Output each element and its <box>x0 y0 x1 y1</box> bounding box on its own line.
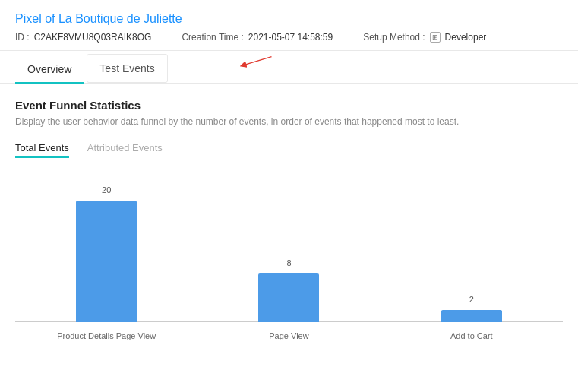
chart-inner: 20Product Details Page View8Page View2Ad… <box>15 170 563 322</box>
id-value: C2AKF8VMU8Q03RAIK8OG <box>34 32 152 43</box>
pixel-id: ID : C2AKF8VMU8Q03RAIK8OG <box>15 32 151 43</box>
page-title: Pixel of La Boutique de Juliette <box>15 12 563 26</box>
bar-category-label: Product Details Page View <box>57 331 156 340</box>
bar-value-label: 20 <box>102 185 111 194</box>
bar-group: 8Page View <box>197 170 380 322</box>
sub-tabs: Total Events Attributed Events <box>15 142 563 158</box>
setup-label: Setup Method : <box>363 32 425 43</box>
bar-category-label: Page View <box>269 331 308 340</box>
bar <box>76 201 137 322</box>
section-description: Display the user behavior data funnel by… <box>15 116 563 127</box>
bar-group: 2Add to Cart <box>381 170 563 322</box>
bar <box>441 310 502 322</box>
bar <box>258 273 319 322</box>
creation-label: Creation Time : <box>182 32 243 43</box>
section-title: Event Funnel Statistics <box>15 99 563 112</box>
sub-tab-attributed[interactable]: Attributed Events <box>87 142 163 158</box>
bar-group: 20Product Details Page View <box>15 170 197 322</box>
bar-value-label: 8 <box>286 258 291 267</box>
bar-groups: 20Product Details Page View8Page View2Ad… <box>15 170 563 322</box>
id-label: ID : <box>15 32 30 43</box>
header-meta: ID : C2AKF8VMU8Q03RAIK8OG Creation Time … <box>15 32 563 43</box>
arrow-annotation <box>232 52 277 75</box>
sub-tab-total[interactable]: Total Events <box>15 142 69 158</box>
bar-value-label: 2 <box>469 295 474 304</box>
creation-value: 2021-05-07 14:58:59 <box>248 32 333 43</box>
bar-category-label: Add to Cart <box>450 331 493 340</box>
main-content: Event Funnel Statistics Display the user… <box>0 84 578 352</box>
tab-test-events[interactable]: Test Events <box>87 54 167 83</box>
tabs-bar: Overview Test Events <box>0 54 578 84</box>
setup-method: Setup Method : ⊞ Developer <box>363 32 486 43</box>
setup-icon: ⊞ <box>430 32 441 43</box>
tab-overview[interactable]: Overview <box>15 55 84 83</box>
setup-value: Developer <box>445 32 487 43</box>
chart-area: 20Product Details Page View8Page View2Ad… <box>15 170 563 345</box>
creation-time: Creation Time : 2021-05-07 14:58:59 <box>182 32 333 43</box>
page-header: Pixel of La Boutique de Juliette ID : C2… <box>0 0 578 51</box>
